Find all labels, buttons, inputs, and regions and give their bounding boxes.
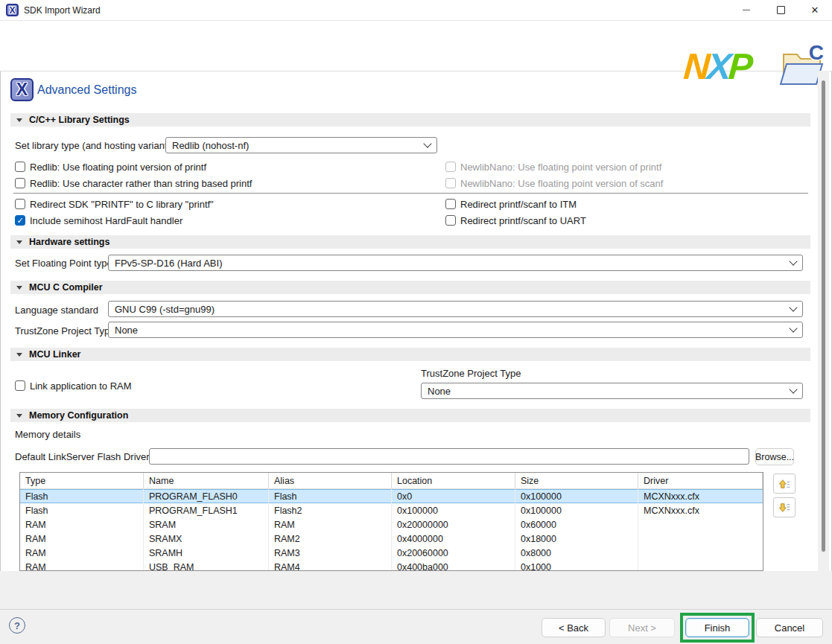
cell-alias: RAM2 — [269, 532, 392, 546]
checkbox-link-to-ram[interactable]: Link application to RAM — [15, 380, 132, 392]
table-row[interactable]: Flash PROGRAM_FLASH0 Flash 0x0 0x100000 … — [20, 489, 763, 503]
section-title: MCU C Compiler — [29, 282, 103, 293]
table-row[interactable]: RAM SRAMX RAM2 0x4000000 0x18000 — [20, 532, 763, 546]
cell-alias: RAM3 — [269, 546, 392, 560]
table-row[interactable]: RAM SRAM RAM 0x20000000 0x60000 — [20, 517, 763, 532]
table-row[interactable]: RAM SRAMH RAM3 0x20060000 0x8000 — [20, 546, 763, 560]
collapse-triangle-icon — [16, 118, 22, 122]
cell-size: 0x100000 — [515, 503, 638, 517]
checkbox-icon — [445, 199, 456, 209]
cell-size: 0x18000 — [515, 532, 638, 546]
checkbox-redlib-float-printf[interactable]: Redlib: Use floating point version of pr… — [15, 161, 206, 173]
column-header-name[interactable]: Name — [144, 473, 269, 488]
scrollbar-thumb[interactable] — [822, 80, 825, 552]
checkbox-label: Redirect SDK "PRINTF" to C library "prin… — [30, 199, 214, 210]
cell-driver — [638, 517, 763, 532]
table-row[interactable]: RAM USB_RAM RAM4 0x400ba000 0x1000 — [20, 560, 763, 571]
flash-driver-label: Default LinkServer Flash Driver — [15, 451, 150, 463]
close-button[interactable]: ✕ — [798, 0, 832, 20]
collapse-triangle-icon — [16, 240, 22, 244]
linker-trustzone-value: None — [428, 386, 790, 397]
cell-name: USB_RAM — [144, 560, 269, 571]
divider — [13, 193, 808, 194]
nxp-logo: NXP — [682, 45, 752, 87]
section-header-memory[interactable]: Memory Configuration — [10, 409, 810, 422]
checkbox-label: NewlibNano: Use floating point version o… — [460, 162, 661, 173]
titlebar[interactable]: X SDK Import Wizard ✕ — [0, 0, 832, 21]
window-controls: ✕ — [729, 0, 832, 20]
checkbox-redirect-uart[interactable]: Redirect printf/scanf to UART — [445, 214, 586, 226]
move-down-button[interactable] — [773, 497, 796, 517]
minimize-button[interactable] — [729, 0, 763, 20]
cancel-button[interactable]: Cancel — [756, 618, 823, 637]
section-header-hardware[interactable]: Hardware settings — [10, 235, 810, 249]
section-title: Memory Configuration — [29, 410, 128, 421]
cell-location: 0x4000000 — [392, 532, 515, 546]
flash-driver-input[interactable] — [149, 448, 749, 465]
library-type-select[interactable]: Redlib (nohost-nf) — [165, 137, 437, 153]
section-header-library-settings[interactable]: C/C++ Library Settings — [10, 113, 810, 127]
memory-details-label: Memory details — [15, 429, 80, 441]
collapse-triangle-icon — [16, 286, 22, 290]
window-title: SDK Import Wizard — [24, 5, 101, 16]
next-button: Next > — [609, 618, 675, 637]
divider — [0, 609, 832, 610]
back-button[interactable]: < Back — [542, 618, 606, 637]
section-title: MCU Linker — [29, 349, 80, 360]
checkbox-icon — [445, 178, 456, 188]
checkbox-newlibnano-float-printf: NewlibNano: Use floating point version o… — [445, 161, 661, 173]
library-type-label: Set library type (and hosting variant) — [15, 140, 171, 152]
chevron-down-icon — [423, 139, 431, 147]
cell-name: SRAM — [144, 517, 269, 532]
cell-alias: Flash2 — [269, 503, 392, 517]
cell-type: RAM — [20, 532, 144, 546]
maximize-button[interactable] — [763, 0, 798, 20]
cell-alias: Flash — [269, 489, 392, 503]
finish-button[interactable]: Finish — [685, 618, 749, 637]
floating-point-label: Set Floating Point type — [15, 258, 112, 270]
checkbox-semihost-hardfault[interactable]: ✓ Include semihost HardFault handler — [15, 214, 182, 226]
language-standard-label: Language standard — [15, 305, 98, 316]
compiler-trustzone-value: None — [115, 325, 790, 336]
table-row[interactable]: Flash PROGRAM_FLASH1 Flash2 0x100000 0x1… — [20, 503, 763, 517]
checkbox-redlib-char-printf[interactable]: Redlib: Use character rather than string… — [15, 177, 252, 189]
checkbox-icon — [15, 162, 25, 172]
column-header-location[interactable]: Location — [392, 473, 515, 488]
cell-size: 0x1000 — [515, 560, 638, 571]
checkbox-icon — [445, 215, 456, 226]
checkbox-newlibnano-float-scanf: NewlibNano: Use floating point version o… — [445, 177, 663, 189]
checkbox-redirect-itm[interactable]: Redirect printf/scanf to ITM — [445, 198, 577, 210]
checkbox-redirect-sdk-printf[interactable]: Redirect SDK "PRINTF" to C library "prin… — [15, 198, 214, 210]
chevron-down-icon — [789, 303, 797, 311]
cell-type: Flash — [20, 503, 144, 517]
cell-name: PROGRAM_FLASH0 — [144, 489, 269, 503]
checkbox-icon — [15, 380, 25, 391]
column-header-type[interactable]: Type — [20, 473, 144, 488]
vertical-scrollbar[interactable] — [818, 71, 829, 571]
checkbox-icon — [15, 199, 25, 209]
browse-button[interactable]: Browse... — [755, 448, 794, 465]
move-up-button[interactable] — [773, 474, 796, 494]
floating-point-select[interactable]: FPv5-SP-D16 (Hard ABI) — [108, 255, 803, 271]
section-header-linker[interactable]: MCU Linker — [10, 348, 810, 361]
cell-name: SRAMH — [144, 546, 269, 560]
section-header-compiler[interactable]: MCU C Compiler — [10, 281, 810, 294]
linker-trustzone-select[interactable]: None — [421, 383, 803, 399]
compiler-trustzone-select[interactable]: None — [108, 322, 803, 338]
chevron-down-icon — [789, 257, 797, 265]
column-header-driver[interactable]: Driver — [638, 473, 763, 488]
cell-location: 0x0 — [392, 489, 515, 503]
chevron-down-icon — [789, 385, 797, 393]
cell-location: 0x20060000 — [392, 546, 515, 560]
column-header-size[interactable]: Size — [515, 473, 638, 488]
help-button[interactable]: ? — [9, 617, 25, 634]
advanced-settings-icon: X — [10, 78, 34, 101]
section-title: C/C++ Library Settings — [29, 115, 130, 125]
cell-location: 0x100000 — [392, 503, 515, 517]
cell-driver — [638, 546, 763, 560]
cell-location: 0x20000000 — [392, 517, 515, 532]
language-standard-select[interactable]: GNU C99 (-std=gnu99) — [108, 301, 803, 317]
chevron-down-icon — [789, 324, 797, 332]
column-header-alias[interactable]: Alias — [269, 473, 392, 488]
checkbox-label: Redlib: Use character rather than string… — [30, 178, 252, 189]
